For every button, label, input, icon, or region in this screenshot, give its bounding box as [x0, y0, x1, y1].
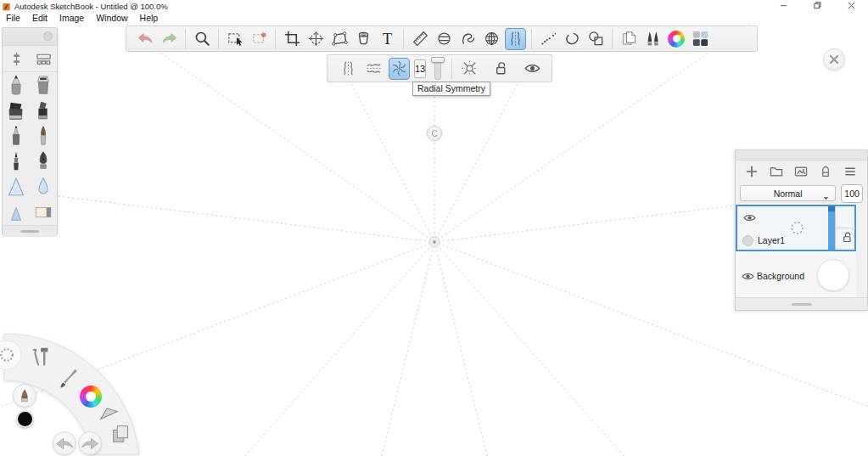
window-title: Autodesk SketchBook - Untitled @ 100.0% [14, 2, 168, 11]
marker-icon[interactable] [816, 162, 835, 181]
plus-icon[interactable] [742, 162, 761, 181]
menu-window[interactable]: Window [90, 13, 133, 23]
menu-file[interactable]: File [0, 13, 26, 23]
symmetry-rotate-handle[interactable]: C [427, 126, 442, 141]
brush-tri-small[interactable] [3, 200, 30, 225]
brush-library-icon[interactable] [32, 48, 54, 69]
chevron-down-icon [822, 190, 830, 198]
minimize-button[interactable] [766, 0, 800, 11]
brush-ballpoint[interactable] [3, 123, 30, 149]
redo-icon[interactable] [159, 28, 180, 50]
toolbar-divider [275, 29, 276, 49]
menu-help[interactable]: Help [134, 13, 165, 23]
ellipse-guide-icon[interactable] [434, 28, 455, 50]
layer-opacity-field[interactable]: 100 [841, 184, 863, 203]
menu-icon[interactable] [841, 162, 860, 181]
palette-resize-handle[interactable] [3, 225, 57, 237]
brush-fountain[interactable] [30, 149, 57, 174]
brush-tri-blue[interactable] [3, 174, 30, 200]
lock-icon[interactable] [490, 58, 512, 80]
select-icon[interactable] [225, 28, 246, 50]
import-icon[interactable] [619, 28, 640, 50]
symmetry-close-button[interactable] [823, 48, 845, 70]
brush-fineliner[interactable] [3, 149, 30, 174]
restore-button[interactable] [800, 0, 834, 11]
layer-visibility-eye-icon[interactable] [741, 269, 755, 284]
window-controls [766, 0, 868, 12]
title-bar: Autodesk SketchBook - Untitled @ 100.0% [0, 0, 868, 12]
brush-tip-icon [19, 389, 31, 403]
lock-icon[interactable] [840, 230, 854, 245]
layer-row-layer1[interactable]: Layer1 [736, 205, 856, 251]
slider-handle[interactable] [431, 57, 445, 63]
crop-icon[interactable] [282, 28, 303, 50]
toolbar-divider [612, 29, 613, 49]
brush-marker-broad[interactable] [3, 98, 30, 123]
symmetry-icon[interactable] [505, 28, 526, 50]
folder-icon[interactable] [767, 162, 786, 181]
sym-position-icon[interactable] [459, 58, 480, 80]
app-icon [3, 3, 10, 11]
brush-paintbrush[interactable] [30, 123, 57, 149]
main-toolbar: T [126, 25, 758, 52]
brush-marker-chisel[interactable] [30, 98, 57, 123]
lagoon-redo-button[interactable] [78, 431, 102, 455]
toolbar-divider [403, 29, 404, 49]
brush-drop-blue[interactable] [30, 174, 57, 200]
blend-mode-select[interactable]: Normal [740, 185, 836, 201]
menu-edit[interactable]: Edit [26, 13, 53, 23]
french-curve-icon[interactable] [457, 28, 479, 50]
undo-icon[interactable] [135, 28, 156, 50]
symmetry-count-field[interactable]: 13 [414, 59, 426, 78]
lagoon-gear-icon[interactable] [0, 346, 16, 364]
layers-panel-titlebar[interactable] [736, 150, 867, 160]
distort-icon[interactable] [329, 28, 350, 50]
lagoon-cursor-icon[interactable] [97, 400, 120, 424]
stroke-icon[interactable] [538, 28, 559, 50]
brush-palette [2, 27, 58, 235]
lagoon-undo-button[interactable] [53, 431, 76, 455]
sym-radial-icon[interactable] [389, 58, 410, 80]
shapes-icon[interactable] [585, 28, 607, 50]
zoom-icon[interactable] [192, 28, 213, 50]
transform-icon[interactable] [305, 28, 327, 50]
layer-row-background[interactable]: Background [736, 251, 856, 298]
color-wheel-icon[interactable] [666, 28, 687, 50]
symmetry-count-slider[interactable] [431, 56, 445, 82]
lagoon-tools-icon[interactable] [29, 345, 53, 369]
menu-image[interactable]: Image [53, 13, 90, 23]
brushes-icon[interactable] [642, 28, 664, 50]
brush-airbrush[interactable] [30, 72, 57, 98]
layer-scroll-indicator[interactable] [828, 206, 835, 250]
ruler-icon[interactable] [410, 28, 431, 50]
layers-grid-icon[interactable] [690, 28, 711, 50]
grip-icon [792, 303, 812, 306]
lagoon-brush-icon[interactable] [57, 365, 81, 389]
fill-icon[interactable] [353, 28, 374, 50]
menu-bar: FileEditImageWindowHelp [0, 12, 868, 24]
perspective-icon[interactable] [481, 28, 502, 50]
layers-panel: Normal 100 Layer1 Background [735, 149, 868, 311]
brush-pencil[interactable] [3, 72, 30, 98]
brush-eraser[interactable] [30, 200, 57, 225]
close-icon [829, 54, 839, 65]
image-icon[interactable] [792, 162, 810, 181]
sym-vertical-icon[interactable] [338, 58, 359, 80]
brush-palette-header[interactable] [3, 28, 57, 46]
layers-panel-resize-handle[interactable] [736, 297, 867, 310]
layer-visibility-eye-icon[interactable] [742, 211, 757, 225]
ellipse-tool-icon[interactable] [562, 28, 583, 50]
brush-preview-button[interactable] [13, 384, 36, 408]
palette-collapse-circle[interactable] [43, 31, 53, 41]
blend-mode-value: Normal [774, 189, 803, 199]
layer-color-label[interactable] [742, 235, 753, 246]
text-icon[interactable]: T [377, 28, 398, 50]
brush-settings-icon[interactable] [5, 48, 27, 69]
deselect-icon[interactable] [249, 28, 270, 50]
lagoon-layers-icon[interactable] [109, 422, 132, 446]
background-color-thumbnail[interactable] [817, 259, 849, 291]
symmetry-toolbar: 13 [327, 54, 552, 82]
close-button[interactable] [834, 0, 868, 11]
eye-icon[interactable] [522, 58, 543, 80]
sym-horizontal-icon[interactable] [363, 58, 384, 80]
